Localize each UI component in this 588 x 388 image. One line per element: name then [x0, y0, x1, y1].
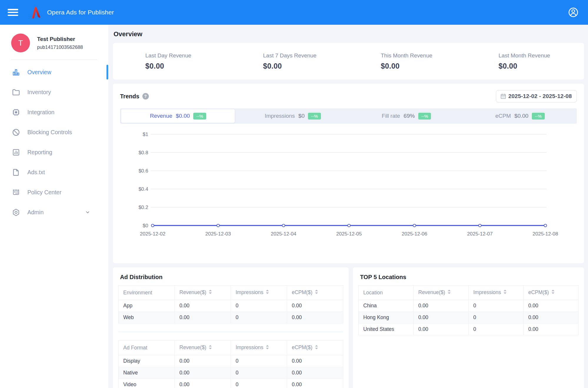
- folder-icon: [12, 88, 20, 97]
- column-header[interactable]: Revenue($): [175, 341, 231, 355]
- metric-tab-value: $0: [298, 113, 304, 119]
- column-header[interactable]: Impressions: [231, 286, 287, 300]
- environment-table: EnvironmentRevenue($)ImpressionseCPM($)A…: [118, 285, 343, 324]
- column-header-label: Revenue($): [418, 289, 445, 295]
- metric-tab-impressions[interactable]: Impressions$0--%: [236, 108, 349, 124]
- date-range-picker[interactable]: 2025-12-02 - 2025-12-08: [496, 90, 577, 102]
- sort-icon[interactable]: [503, 289, 507, 296]
- table-cell: 0: [469, 324, 524, 335]
- x-axis-tick: 2025-12-03: [205, 231, 231, 237]
- sidebar-item-admin[interactable]: Admin: [0, 202, 108, 222]
- sort-icon[interactable]: [447, 289, 451, 296]
- column-header[interactable]: eCPM($): [287, 341, 343, 355]
- opera-ads-logo-icon: [28, 4, 43, 20]
- column-header: Environment: [119, 286, 175, 300]
- stat-value: $0.00: [381, 62, 466, 70]
- sidebar-item-label: Ads.txt: [27, 169, 45, 176]
- sort-icon[interactable]: [551, 289, 555, 296]
- metric-tab-value: $0.00: [514, 113, 529, 119]
- column-header-label: eCPM($): [292, 289, 312, 295]
- publisher-id: pub14171003562688: [37, 44, 83, 50]
- x-axis-tick: 2025-12-04: [271, 231, 297, 237]
- y-axis-tick: $0.4: [139, 186, 148, 192]
- table-cell: 0: [231, 312, 287, 324]
- column-header[interactable]: Impressions: [231, 341, 287, 355]
- menu-icon[interactable]: [8, 8, 18, 16]
- column-header[interactable]: Impressions: [469, 286, 524, 300]
- column-header-label: Ad Format: [123, 345, 147, 351]
- y-axis-tick: $0: [143, 223, 148, 228]
- x-axis-tick: 2025-12-05: [336, 231, 362, 237]
- stat-last-7-days-revenue: Last 7 Days Revenue$0.00: [231, 52, 348, 70]
- report-icon: [12, 148, 20, 157]
- metric-tab-revenue[interactable]: Revenue$0.00--%: [121, 109, 235, 123]
- table-cell: 0.00: [175, 355, 231, 367]
- sort-icon[interactable]: [315, 289, 318, 296]
- stat-label: Last Day Revenue: [145, 52, 231, 59]
- table-cell: Web: [119, 312, 175, 324]
- metric-tab-label: eCPM: [495, 113, 511, 119]
- table-cell: 0.00: [414, 312, 469, 324]
- stat-value: $0.00: [263, 62, 348, 70]
- y-axis-tick: $0.6: [139, 168, 148, 174]
- table-row: Native0.0000.00: [119, 367, 343, 379]
- sidebar-item-policy-center[interactable]: Policy Center: [0, 182, 108, 202]
- table-cell: 0.00: [287, 300, 343, 312]
- help-icon[interactable]: ?: [142, 93, 149, 100]
- column-header-label: Environment: [123, 290, 152, 296]
- metric-tab-value: $0.00: [176, 113, 190, 119]
- admin-icon: [12, 208, 20, 217]
- sort-icon[interactable]: [266, 289, 269, 296]
- sidebar-item-label: Integration: [27, 109, 54, 116]
- metric-tab-fill-rate[interactable]: Fill rate69%--%: [350, 108, 463, 124]
- stat-value: $0.00: [499, 62, 584, 70]
- chip-icon: [12, 108, 20, 117]
- data-point: [544, 224, 547, 227]
- top-locations-panel: TOP 5 Locations LocationRevenue($)Impres…: [353, 267, 584, 388]
- table-cell: Display: [119, 355, 175, 367]
- user-account-icon[interactable]: [567, 6, 579, 18]
- table-header-row: Ad FormatRevenue($)ImpressionseCPM($): [119, 341, 343, 355]
- sidebar-item-reporting[interactable]: Reporting: [0, 142, 108, 162]
- table-cell: 0.00: [287, 355, 343, 367]
- data-point: [217, 224, 219, 227]
- stat-this-month-revenue: This Month Revenue$0.00: [349, 52, 466, 70]
- metric-tab-ecpm[interactable]: eCPM$0.00--%: [463, 108, 577, 124]
- metric-tab-change-badge: --%: [532, 113, 544, 120]
- data-point: [479, 224, 481, 227]
- table-cell: 0: [469, 312, 524, 324]
- table-row: Hong Kong0.0000.00: [359, 312, 579, 324]
- sort-icon[interactable]: [209, 289, 212, 296]
- column-header-label: Impressions: [473, 289, 501, 295]
- sort-icon[interactable]: [315, 345, 318, 351]
- column-header[interactable]: Revenue($): [175, 286, 231, 300]
- table-cell: 0.00: [175, 379, 231, 388]
- sidebar-item-integration[interactable]: Integration: [0, 102, 108, 122]
- app-title: Opera Ads for Publisher: [47, 9, 114, 16]
- column-header-label: eCPM($): [528, 289, 549, 295]
- sidebar: T Test Publisher pub14171003562688 Overv…: [0, 25, 108, 388]
- table-cell: Hong Kong: [359, 312, 414, 324]
- sort-icon[interactable]: [209, 345, 212, 351]
- sidebar-item-overview[interactable]: Overview: [0, 62, 108, 82]
- sidebar-item-ads-txt[interactable]: Ads.txt: [0, 162, 108, 182]
- top-header: Opera Ads for Publisher: [0, 0, 588, 25]
- stat-value: $0.00: [145, 62, 231, 70]
- file-icon: [12, 168, 20, 177]
- column-header-label: eCPM($): [292, 344, 312, 350]
- x-axis-tick: 2025-12-08: [533, 231, 558, 237]
- metric-tab-change-badge: --%: [308, 113, 321, 120]
- table-row: App0.0000.00: [119, 300, 343, 312]
- column-header[interactable]: eCPM($): [287, 286, 343, 300]
- active-indicator: [106, 65, 108, 79]
- sort-icon[interactable]: [266, 345, 269, 351]
- trends-title: Trends: [120, 93, 139, 100]
- table-cell: App: [119, 300, 175, 312]
- panel-divider: [118, 332, 343, 332]
- x-axis-tick: 2025-12-02: [140, 231, 166, 237]
- sidebar-item-blocking-controls[interactable]: Blocking Controls: [0, 122, 108, 142]
- sidebar-item-inventory[interactable]: Inventory: [0, 82, 108, 102]
- metric-tab-value: 69%: [404, 113, 415, 119]
- column-header[interactable]: eCPM($): [524, 286, 579, 300]
- column-header[interactable]: Revenue($): [414, 286, 469, 300]
